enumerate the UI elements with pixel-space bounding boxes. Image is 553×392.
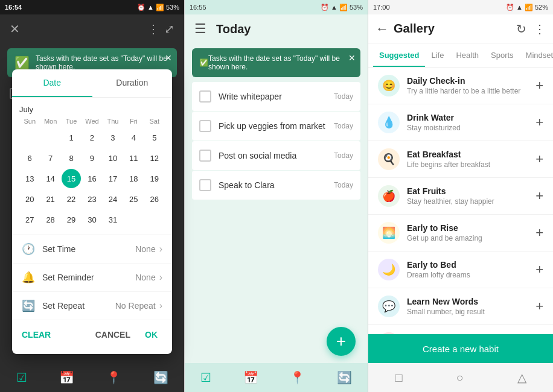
tab-suggested[interactable]: Suggested [373, 43, 425, 67]
tab-sports[interactable]: Sports [485, 43, 520, 67]
cal-cell[interactable]: 2 [82, 128, 101, 147]
cal-cell[interactable]: 11 [124, 148, 143, 168]
p2-nav-sync[interactable]: 🔄 [337, 370, 352, 385]
cal-cell[interactable]: 26 [145, 189, 164, 209]
more-icon[interactable]: ⋮ [534, 22, 546, 36]
habit-desc: Life begins after breakfast [407, 160, 535, 169]
cal-cell[interactable]: 30 [82, 210, 101, 229]
cancel-button[interactable]: CANCEL [91, 325, 135, 344]
habit-item[interactable]: 🍳 Eat Breakfast Life begins after breakf… [368, 141, 553, 178]
panel1-header: ✕ ⋮ ⤢ [0, 14, 184, 43]
cal-cell[interactable]: 1 [62, 128, 81, 147]
cal-cell[interactable]: 13 [20, 169, 39, 188]
tab-life[interactable]: Life [425, 43, 450, 67]
habit-item[interactable]: 💬 Learn New Words Small number, big resu… [368, 288, 553, 325]
cal-cell[interactable]: 4 [124, 128, 143, 147]
add-habit-button[interactable]: + [535, 225, 543, 241]
cal-cell[interactable]: 10 [103, 148, 123, 168]
add-habit-button[interactable]: + [535, 151, 543, 167]
create-habit-button[interactable]: Create a new habit [368, 334, 553, 363]
cal-cell[interactable]: 8 [62, 148, 81, 168]
task-item[interactable]: Post on social media Today [192, 141, 360, 170]
cal-cell[interactable]: 6 [20, 148, 39, 168]
add-habit-button[interactable]: + [535, 299, 543, 314]
clear-button[interactable]: CLEAR [17, 325, 56, 344]
refresh-icon[interactable]: ↻ [516, 22, 526, 36]
cal-cell[interactable]: 7 [41, 148, 60, 168]
task-checkbox[interactable] [199, 150, 211, 162]
habit-item[interactable]: 🌙 Early to Bed Dream lofty dreams + [368, 251, 553, 288]
cal-cell[interactable]: 12 [145, 148, 164, 168]
cal-cell[interactable]: 14 [41, 169, 60, 188]
habit-item[interactable]: 😊 Daily Check-in Try a little harder to … [368, 68, 553, 104]
task-checkbox[interactable] [199, 179, 211, 191]
p2-nav-check[interactable]: ☑ [200, 370, 211, 385]
cal-cell[interactable]: 23 [82, 189, 101, 209]
habit-desc: Stay healthier, stay happier [407, 197, 535, 206]
p3-nav-triangle[interactable]: △ [517, 370, 526, 385]
task-item[interactable]: Speak to Clara Today [192, 171, 360, 200]
nav-location-btn[interactable]: 📍 [106, 370, 121, 385]
cal-cell[interactable]: 28 [41, 210, 60, 229]
nav-check-btn[interactable]: ☑ [16, 370, 27, 385]
habit-name: Eat Breakfast [407, 150, 535, 159]
habit-desc: Dream lofty dreams [407, 271, 535, 279]
add-habit-button[interactable]: + [535, 188, 543, 204]
p3-nav-circle[interactable]: ○ [456, 371, 464, 385]
set-reminder-row[interactable]: 🔔 Set Reminder None › [12, 264, 172, 292]
menu-icon[interactable]: ⋮ [147, 22, 159, 36]
cal-cell[interactable]: 18 [124, 169, 143, 188]
p3-nav-square[interactable]: □ [395, 371, 402, 385]
task-item[interactable]: Pick up veggies from market Today [192, 112, 360, 141]
add-habit-button[interactable]: + [535, 78, 543, 93]
cal-cell[interactable]: 19 [145, 169, 164, 188]
add-habit-button[interactable]: + [535, 262, 543, 277]
banner-close-icon[interactable]: ✕ [165, 53, 172, 63]
cal-cell[interactable]: 25 [124, 189, 143, 209]
cal-cell[interactable]: 27 [20, 210, 39, 229]
cal-cell[interactable]: 21 [41, 189, 60, 209]
nav-sync-btn[interactable]: 🔄 [153, 370, 168, 385]
cal-cell[interactable]: 31 [103, 210, 123, 229]
fab-add-task[interactable]: + [327, 327, 356, 356]
cal-cell[interactable]: 24 [103, 189, 123, 209]
set-repeat-label: Set Repeat [42, 301, 115, 311]
cal-cell[interactable]: 20 [20, 189, 39, 209]
repeat-icon: 🔄 [22, 299, 35, 312]
cal-cell[interactable]: 22 [62, 189, 81, 209]
hamburger-icon[interactable]: ☰ [194, 21, 206, 37]
ok-button[interactable]: OK [140, 325, 162, 344]
habit-item[interactable]: 💧 Drink Water Stay moisturized + [368, 104, 553, 141]
status-time-3: 17:00 [373, 4, 390, 11]
task-checkbox[interactable] [199, 120, 211, 132]
tab-date[interactable]: Date [12, 69, 92, 97]
habit-item[interactable]: 🍎 Eat Fruits Stay healthier, stay happie… [368, 178, 553, 215]
cal-cell[interactable]: 29 [62, 210, 81, 229]
add-habit-button[interactable]: + [535, 115, 543, 130]
cal-cell[interactable]: 15 [62, 169, 81, 188]
cal-cell[interactable]: 5 [145, 128, 164, 147]
tab-health[interactable]: Health [450, 43, 485, 67]
expand-icon[interactable]: ⤢ [164, 22, 174, 36]
cal-cell[interactable]: 9 [82, 148, 101, 168]
p2-nav-calendar[interactable]: 📅 [243, 370, 258, 385]
set-repeat-row[interactable]: 🔄 Set Repeat No Repeat › [12, 292, 172, 320]
tab-duration[interactable]: Duration [92, 69, 173, 97]
p2-nav-location[interactable]: 📍 [290, 370, 305, 385]
tab-mindset[interactable]: Mindset [520, 43, 553, 67]
cal-cell[interactable]: 16 [82, 169, 101, 188]
task-item[interactable]: Write whitepaper Today [192, 82, 360, 111]
close-icon[interactable]: ✕ [10, 22, 20, 36]
wifi-icon-3: 📶 [525, 4, 533, 11]
cal-cell[interactable]: 3 [103, 128, 123, 147]
nav-calendar-btn[interactable]: 📅 [59, 370, 74, 385]
alarm-icon: ⏰ [137, 4, 145, 11]
banner-close-2[interactable]: ✕ [348, 53, 356, 63]
back-icon[interactable]: ← [376, 21, 389, 37]
modal-actions: CLEAR CANCEL OK [12, 320, 172, 349]
set-time-row[interactable]: 🕐 Set Time None › [12, 235, 172, 264]
habit-item[interactable]: 🌅 Early to Rise Get up and be amazing + [368, 215, 553, 251]
habit-item[interactable]: 📖 Read A chapter a day will light your w… [368, 325, 553, 334]
cal-cell[interactable]: 17 [103, 169, 123, 188]
task-checkbox[interactable] [199, 90, 211, 103]
